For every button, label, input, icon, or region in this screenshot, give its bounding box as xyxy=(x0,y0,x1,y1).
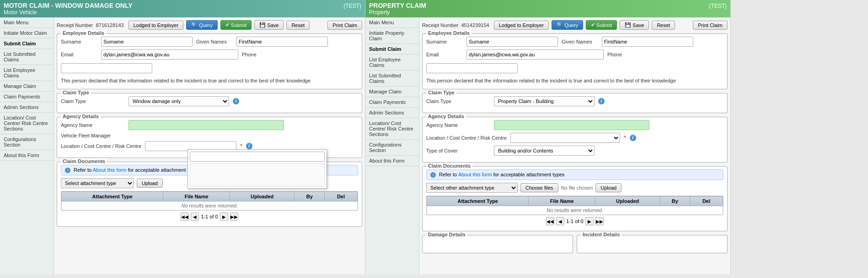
motor-location-search[interactable] xyxy=(190,152,325,162)
property-email-input[interactable] xyxy=(466,49,604,60)
property-sidebar-item-payments[interactable]: Claim Payments xyxy=(365,97,419,108)
property-sidebar: Main Menu Initiate Property Claim Submit… xyxy=(365,17,419,274)
property-location-row: Location / Cost Centre / Risk Centre * i xyxy=(426,133,723,143)
property-sidebar-item-admin[interactable]: Admin Sections xyxy=(365,108,419,118)
property-claim-docs-info: i Refer to About this form for acceptabl… xyxy=(426,169,723,180)
property-claim-type-select[interactable]: Property Claim - Building Property Claim… xyxy=(494,96,595,106)
property-type-of-cover-select[interactable]: Building and/or Contents xyxy=(494,146,595,156)
property-sidebar-item-list-employee[interactable]: List Employee Claims xyxy=(365,55,419,71)
property-sidebar-item-about[interactable]: About this Form xyxy=(365,156,419,166)
property-sidebar-item-submit[interactable]: Submit Claim xyxy=(365,44,419,55)
motor-claim-docs-legend: Claim Documents xyxy=(61,158,107,164)
motor-body: Main Menu Initiate Motor Claim Submit Cl… xyxy=(0,17,365,274)
property-location-info-icon[interactable]: i xyxy=(630,135,636,141)
motor-pag-next[interactable]: ▶ xyxy=(220,213,228,221)
motor-title: MOTOR CLAIM - WINDOW DAMAGE ONLY xyxy=(4,2,361,9)
motor-sidebar-item-list-employee[interactable]: List Employee Claims xyxy=(0,65,54,81)
property-sidebar-item-main-menu[interactable]: Main Menu xyxy=(365,17,419,28)
property-claim-type-info-icon[interactable]: i xyxy=(598,98,605,104)
motor-employee-contact-row: Email Phone xyxy=(61,49,358,73)
property-damage-details-section: Damage Details xyxy=(422,235,573,253)
property-type-of-cover-label: Type of Cover xyxy=(426,148,490,153)
motor-claim-type-select[interactable]: Window damage only Third party damage Co… xyxy=(129,96,229,106)
motor-subtitle: Motor Vehicle xyxy=(4,9,361,16)
motor-agency-legend: Agency Details xyxy=(61,114,101,119)
property-pag-first[interactable]: ◀◀ xyxy=(546,217,554,225)
motor-given-names-label: Given Names xyxy=(196,39,233,44)
property-surname-input[interactable] xyxy=(466,37,558,47)
motor-table-header-by: By xyxy=(295,192,325,202)
property-docs-info-link[interactable]: About this form xyxy=(458,172,492,177)
motor-sidebar-item-initiate[interactable]: Initiate Motor Claim xyxy=(0,28,54,38)
motor-sidebar-item-manage[interactable]: Manage Claim xyxy=(0,81,54,92)
save-icon: 💾 xyxy=(259,22,266,28)
motor-upload-button[interactable]: Upload xyxy=(137,179,163,188)
motor-print-button[interactable]: Print Claim xyxy=(327,21,362,30)
motor-sidebar-item-submit[interactable]: Submit Claim xyxy=(0,38,54,49)
motor-pag-first[interactable]: ◀◀ xyxy=(181,213,189,221)
motor-sidebar-item-main-menu[interactable]: Main Menu xyxy=(0,17,54,28)
motor-sidebar-item-location[interactable]: Location/ Cost Centre/ Risk Centre Secti… xyxy=(0,113,54,134)
motor-table-header-file-name: File Name xyxy=(163,192,230,202)
motor-employee-legend: Employee Details xyxy=(61,30,106,36)
property-choose-files-button[interactable]: Choose files xyxy=(520,183,558,192)
property-reset-button[interactable]: Reset xyxy=(652,21,675,30)
property-location-select[interactable] xyxy=(510,133,620,143)
motor-location-info-icon[interactable]: i xyxy=(246,143,252,149)
property-attachment-type-select[interactable]: Select other attachment type xyxy=(426,183,518,193)
property-agency-name-input[interactable] xyxy=(494,120,649,130)
motor-submit-button[interactable]: ✔ Submit xyxy=(220,20,252,30)
motor-claim-panel: (TEST) MOTOR CLAIM - WINDOW DAMAGE ONLY … xyxy=(0,0,365,274)
motor-sidebar-item-list-submitted[interactable]: List Submitted Claims xyxy=(0,49,54,65)
motor-email-label: Email xyxy=(61,52,97,57)
property-given-names-input[interactable] xyxy=(602,37,693,47)
motor-docs-info-link[interactable]: About this form xyxy=(93,167,127,173)
property-docs-info-suffix: for acceptable attachment types xyxy=(493,172,565,177)
property-employee-legend: Employee Details xyxy=(426,30,472,36)
property-query-button[interactable]: 🔍 Query xyxy=(552,20,583,30)
motor-reset-button[interactable]: Reset xyxy=(286,21,310,30)
property-print-button[interactable]: Print Claim xyxy=(693,21,728,30)
motor-docs-info-text: Refer to xyxy=(74,167,93,173)
motor-given-names-input[interactable] xyxy=(236,37,328,47)
property-sidebar-item-list-submitted[interactable]: List Submitted Claims xyxy=(365,71,419,87)
motor-surname-input[interactable] xyxy=(101,37,193,47)
motor-pag-prev[interactable]: ◀ xyxy=(191,213,199,221)
motor-sidebar-item-about[interactable]: About this Form xyxy=(0,150,54,161)
property-sidebar-item-config[interactable]: Configurations Section xyxy=(365,140,419,156)
property-sidebar-item-manage[interactable]: Manage Claim xyxy=(365,87,419,97)
property-bottom-sections: Damage Details Incident Details xyxy=(422,235,728,257)
motor-pagination: ◀◀ ◀ 1-1 of 0 ▶ ▶▶ xyxy=(61,211,358,223)
property-receipt-value: 4514239154 xyxy=(461,22,489,28)
motor-agency-name-row: Agency Name xyxy=(61,120,358,130)
motor-sidebar-item-payments[interactable]: Claim Payments xyxy=(0,92,54,102)
property-employee-name-row: Surname Given Names xyxy=(426,37,723,47)
property-pag-prev[interactable]: ◀ xyxy=(556,217,564,225)
property-upload-row: Select other attachment type Choose file… xyxy=(426,183,723,193)
motor-sidebar-item-admin[interactable]: Admin Sections xyxy=(0,102,54,113)
motor-claim-type-info-icon[interactable]: i xyxy=(233,98,239,104)
motor-employee-name-row: Surname Given Names xyxy=(61,37,358,47)
motor-email-input[interactable] xyxy=(101,49,238,60)
motor-no-results-text: No results were returned. xyxy=(62,202,358,210)
property-submit-button[interactable]: ✔ Submit xyxy=(586,20,617,30)
property-pag-next[interactable]: ▶ xyxy=(585,217,594,225)
motor-save-button[interactable]: 💾 Save xyxy=(254,20,284,30)
motor-lodged-button[interactable]: Lodged to Employer xyxy=(129,21,183,30)
motor-agency-name-input[interactable] xyxy=(129,120,284,130)
property-pag-last[interactable]: ▶▶ xyxy=(595,217,604,225)
motor-phone-input[interactable] xyxy=(61,63,152,73)
motor-location-dropdown[interactable] xyxy=(188,149,327,189)
motor-pag-last[interactable]: ▶▶ xyxy=(230,213,238,221)
property-title: PROPERTY CLAIM xyxy=(369,2,727,9)
motor-attachment-type-select[interactable]: Select attachment type xyxy=(61,178,134,188)
motor-query-button[interactable]: 🔍 Query xyxy=(186,20,218,30)
property-incident-legend: Incident Details xyxy=(581,232,622,237)
motor-sidebar-item-config[interactable]: Configurations Section xyxy=(0,134,54,150)
property-upload-button[interactable]: Upload xyxy=(595,183,622,192)
property-sidebar-item-location[interactable]: Location/ Cost Centre/ Risk Centre Secti… xyxy=(365,118,419,140)
property-save-button[interactable]: 💾 Save xyxy=(620,20,649,30)
property-phone-input[interactable] xyxy=(426,63,518,73)
property-sidebar-item-initiate[interactable]: Initiate Property Claim xyxy=(365,28,419,44)
property-lodged-button[interactable]: Lodged to Employer xyxy=(494,21,549,30)
